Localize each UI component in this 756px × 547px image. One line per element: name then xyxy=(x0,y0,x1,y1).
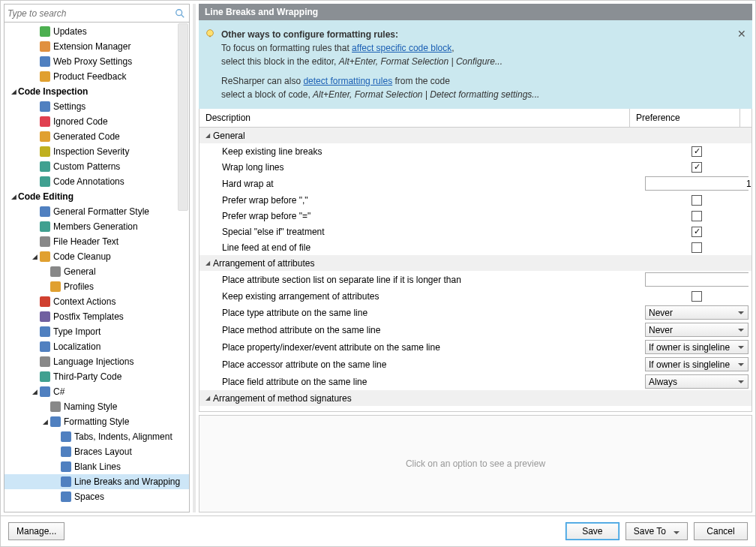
search-input[interactable] xyxy=(8,8,174,19)
chevron-down-icon[interactable]: ◢ xyxy=(9,193,18,200)
tree-item-label: Language Injections xyxy=(53,356,134,367)
tree-item[interactable]: ▶Inspection Severity xyxy=(4,144,189,159)
tree-item-label: General xyxy=(64,266,96,277)
option-row[interactable]: Place method attribute on the same lineN… xyxy=(200,321,752,338)
number-input[interactable]: ▲▼ xyxy=(645,272,748,287)
checkbox[interactable] xyxy=(692,146,702,157)
option-row[interactable]: Place property/indexer/event attribute o… xyxy=(200,338,752,356)
manage-button[interactable]: Manage... xyxy=(8,522,64,540)
chevron-down-icon[interactable]: ◢ xyxy=(30,253,39,260)
checkbox[interactable] xyxy=(692,211,702,221)
checkbox[interactable] xyxy=(692,227,702,237)
tree-item[interactable]: ▶Tabs, Indents, Alignment xyxy=(4,429,189,444)
search-icon[interactable] xyxy=(174,8,186,20)
chevron-down-icon[interactable]: ◢ xyxy=(30,388,39,395)
tree-item[interactable]: ▶Localization xyxy=(4,339,189,354)
settings-tree[interactable]: ▶Updates▶Extension Manager▶Web Proxy Set… xyxy=(4,23,189,512)
ext-icon xyxy=(39,41,51,53)
option-row[interactable]: Place field attribute on the same lineAl… xyxy=(200,373,752,390)
scroll-gutter xyxy=(740,109,752,127)
number-field[interactable] xyxy=(646,177,752,190)
tree-item[interactable]: ▶General Formatter Style xyxy=(4,204,189,219)
option-row[interactable]: Place type attribute on the same lineNev… xyxy=(200,304,752,321)
tree-item[interactable]: ◢Code Cleanup xyxy=(4,249,189,264)
general-icon xyxy=(50,266,62,278)
option-row[interactable]: Prefer wrap before "=" xyxy=(200,208,752,224)
dropdown[interactable]: Never xyxy=(645,305,748,320)
grid-body[interactable]: GeneralKeep existing line breaksWrap lon… xyxy=(200,128,752,411)
tree-item[interactable]: ▶Third-Party Code xyxy=(4,369,189,384)
dropdown[interactable]: If owner is singleline xyxy=(645,357,748,371)
option-row[interactable]: Wrap long lines xyxy=(200,159,752,175)
tree-item[interactable]: ▶Naming Style xyxy=(4,399,189,414)
checkbox[interactable] xyxy=(692,195,702,206)
checkbox[interactable] xyxy=(692,242,702,253)
save-to-button[interactable]: Save To xyxy=(626,522,688,540)
option-row[interactable]: Keep existing line breaks xyxy=(200,143,752,159)
column-preference[interactable]: Preference xyxy=(630,109,740,127)
close-icon[interactable]: ✕ xyxy=(737,26,746,42)
splitter[interactable] xyxy=(193,4,196,512)
tree-item[interactable]: ▶Ignored Code xyxy=(4,114,189,129)
option-row[interactable]: Hard wrap at▲▼ xyxy=(200,175,752,192)
cancel-button[interactable]: Cancel xyxy=(694,522,748,540)
tree-item[interactable]: ▶Product Feedback xyxy=(4,69,189,84)
tree-item[interactable]: ▶Web Proxy Settings xyxy=(4,54,189,69)
tree-item[interactable]: ▶Context Actions xyxy=(4,294,189,309)
tree-item[interactable]: ▶Blank Lines xyxy=(4,459,189,474)
tree-item[interactable]: ▶Braces Layout xyxy=(4,444,189,459)
info-text: ReSharper can also xyxy=(221,76,303,86)
tree-item[interactable]: ▶Code Annotations xyxy=(4,174,189,189)
tree-item[interactable]: ▶Generated Code xyxy=(4,129,189,144)
option-label: Place method attribute on the same line xyxy=(200,323,642,337)
tree-item-label: Web Proxy Settings xyxy=(53,56,132,67)
tree-item[interactable]: ◢C# xyxy=(4,384,189,399)
dropdown[interactable]: If owner is singleline xyxy=(645,340,748,354)
number-field[interactable] xyxy=(646,273,752,286)
tree-item[interactable]: ▶Extension Manager xyxy=(4,39,189,54)
scrollbar-thumb[interactable] xyxy=(178,23,188,211)
checkbox[interactable] xyxy=(692,162,702,173)
tree-item[interactable]: ▶General xyxy=(4,264,189,279)
info-banner: ✕ Other ways to configure formatting rul… xyxy=(199,20,752,109)
option-row[interactable]: Prefer wrap before "," xyxy=(200,192,752,208)
tree-item[interactable]: ▶Updates xyxy=(4,24,189,39)
dropdown[interactable]: Always xyxy=(645,374,748,389)
option-row[interactable]: Line feed at end of file xyxy=(200,239,752,255)
tree-item[interactable]: ▶Settings xyxy=(4,99,189,114)
chevron-down-icon[interactable]: ◢ xyxy=(9,88,18,95)
number-input[interactable]: ▲▼ xyxy=(645,176,748,191)
save-button[interactable]: Save xyxy=(566,522,620,540)
option-row[interactable]: Keep existing arrangement of attributes xyxy=(200,288,752,304)
tree-item-label: Naming Style xyxy=(64,401,117,412)
tree-item-label: Code Inspection xyxy=(18,86,88,97)
tree-item[interactable]: ▶File Header Text xyxy=(4,234,189,249)
tree-item[interactable]: ▶Spaces xyxy=(4,489,189,504)
tree-item[interactable]: ▶Language Injections xyxy=(4,354,189,369)
option-row[interactable]: Place accessor attribute on the same lin… xyxy=(200,356,752,373)
tree-item[interactable]: ▶Postfix Templates xyxy=(4,309,189,324)
dropdown[interactable]: Never xyxy=(645,323,748,337)
option-row[interactable]: Place attribute section list on separate… xyxy=(200,271,752,288)
tree-item[interactable]: ◢Code Inspection xyxy=(4,84,189,99)
tree-item[interactable]: ▶Members Generation xyxy=(4,219,189,234)
option-label: Wrap long lines xyxy=(200,161,642,174)
checkbox[interactable] xyxy=(692,291,702,302)
group-row[interactable]: General xyxy=(200,128,752,143)
link-detect-rules[interactable]: detect formatting rules xyxy=(303,76,392,86)
chevron-down-icon[interactable]: ◢ xyxy=(40,418,50,425)
tree-item[interactable]: ▶Custom Patterns xyxy=(4,159,189,174)
tree-item[interactable]: ◢Formatting Style xyxy=(4,414,189,429)
generated-icon xyxy=(39,131,51,143)
patterns-icon xyxy=(39,161,51,173)
column-description[interactable]: Description xyxy=(200,109,630,127)
tree-item[interactable]: ◢Code Editing xyxy=(4,189,189,204)
tree-item[interactable]: ▶Profiles xyxy=(4,279,189,294)
link-affect-block[interactable]: affect specific code block xyxy=(352,43,452,53)
option-label: Place attribute section list on separate… xyxy=(200,273,642,287)
tree-item[interactable]: ▶Line Breaks and Wrapping xyxy=(4,474,189,489)
group-row[interactable]: Arrangement of attributes xyxy=(200,255,752,271)
tree-item[interactable]: ▶Type Import xyxy=(4,324,189,339)
option-row[interactable]: Special "else if" treatment xyxy=(200,224,752,239)
group-row[interactable]: Arrangement of method signatures xyxy=(200,390,752,406)
